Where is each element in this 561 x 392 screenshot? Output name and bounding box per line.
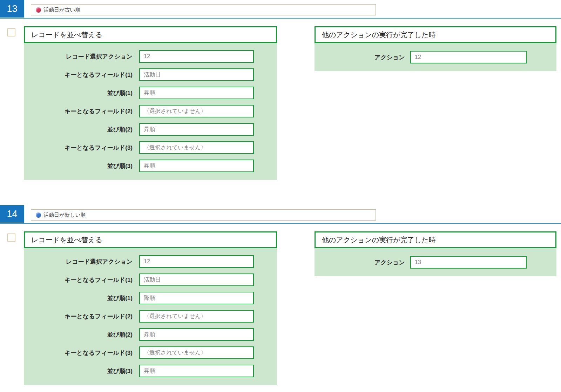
field-row: キーとなるフィールド(1) 活動日 — [24, 66, 277, 84]
action-select-checkbox[interactable] — [7, 234, 15, 242]
action-number-badge: 14 — [0, 205, 24, 223]
field-row: 並び順(3) 昇順 — [24, 362, 277, 380]
field-label: 並び順(1) — [24, 89, 133, 97]
action-config-panel: レコードを並べ替える レコード選択アクション 12 キーとなるフィールド(1) … — [24, 26, 277, 180]
section-divider — [0, 18, 561, 19]
field-row: キーとなるフィールド(3) 〈選択されていません〉 — [24, 344, 277, 362]
action-name-input[interactable]: 活動日が新しい順 — [31, 209, 376, 221]
field-label: キーとなるフィールド(2) — [24, 312, 133, 320]
field-value-select[interactable]: 昇順 — [139, 365, 254, 377]
field-label: 並び順(2) — [24, 126, 133, 134]
section-divider — [0, 223, 561, 224]
field-label: 並び順(3) — [24, 367, 133, 375]
field-value-select[interactable]: 昇順 — [139, 87, 254, 99]
field-value-select[interactable]: 〈選択されていません〉 — [139, 105, 254, 117]
field-row: キーとなるフィールド(2) 〈選択されていません〉 — [24, 102, 277, 120]
action-name-text: 活動日が古い順 — [43, 7, 81, 13]
field-value-select[interactable]: 〈選択されていません〉 — [139, 141, 254, 154]
status-dot-icon — [36, 7, 41, 13]
trigger-panel-body: アクション 13 — [315, 248, 556, 276]
action-panel-body: レコード選択アクション 12 キーとなるフィールド(1) 活動日 並び順(1) … — [24, 248, 277, 385]
field-row: 並び順(1) 降順 — [24, 289, 277, 307]
field-value-select[interactable]: 12 — [410, 51, 527, 63]
status-dot-icon — [36, 212, 41, 218]
trigger-panel-body: アクション 12 — [315, 43, 556, 71]
field-row: キーとなるフィールド(1) 活動日 — [24, 271, 277, 289]
workflow-editor-page: 13 活動日が古い順 レコードを並べ替える レコード選択アクション 12 キーと… — [0, 0, 561, 392]
field-label: キーとなるフィールド(3) — [24, 349, 133, 357]
action-panel-title: レコードを並べ替える — [24, 26, 277, 43]
action-block-14: 14 活動日が新しい順 レコードを並べ替える レコード選択アクション 12 キー… — [0, 205, 561, 392]
field-row: 並び順(3) 昇順 — [24, 157, 277, 175]
field-label: キーとなるフィールド(1) — [24, 276, 133, 284]
field-label: キーとなるフィールド(3) — [24, 144, 133, 152]
action-panel-title: レコードを並べ替える — [24, 231, 277, 248]
field-label: 並び順(2) — [24, 331, 133, 339]
action-number-badge: 13 — [0, 0, 24, 18]
field-value-select[interactable]: 12 — [139, 50, 254, 63]
field-row: レコード選択アクション 12 — [24, 47, 277, 66]
field-row: 並び順(2) 昇順 — [24, 325, 277, 344]
trigger-config-panel: 他のアクションの実行が完了した時 アクション 13 — [315, 231, 556, 276]
field-value-select[interactable]: 13 — [410, 256, 527, 269]
field-row: 並び順(1) 昇順 — [24, 84, 277, 102]
field-row: キーとなるフィールド(2) 〈選択されていません〉 — [24, 307, 277, 325]
field-label: レコード選択アクション — [24, 53, 133, 61]
field-label: キーとなるフィールド(1) — [24, 71, 133, 79]
field-row: アクション 13 — [315, 253, 556, 271]
field-value-select[interactable]: 活動日 — [139, 273, 254, 286]
action-name-input[interactable]: 活動日が古い順 — [31, 4, 376, 15]
field-label: アクション — [315, 258, 405, 266]
field-value-select[interactable]: 昇順 — [139, 160, 254, 172]
action-name-text: 活動日が新しい順 — [43, 212, 86, 218]
field-label: 並び順(1) — [24, 294, 133, 302]
trigger-config-panel: 他のアクションの実行が完了した時 アクション 12 — [315, 26, 556, 71]
field-value-select[interactable]: 降順 — [139, 292, 254, 304]
field-value-select[interactable]: 〈選択されていません〉 — [139, 346, 254, 359]
trigger-panel-title: 他のアクションの実行が完了した時 — [315, 231, 556, 248]
field-value-select[interactable]: 昇順 — [139, 328, 254, 341]
field-row: レコード選択アクション 12 — [24, 252, 277, 271]
field-row: キーとなるフィールド(3) 〈選択されていません〉 — [24, 138, 277, 157]
field-label: アクション — [315, 53, 405, 61]
field-value-select[interactable]: 昇順 — [139, 123, 254, 136]
field-label: 並び順(3) — [24, 162, 133, 170]
action-config-panel: レコードを並べ替える レコード選択アクション 12 キーとなるフィールド(1) … — [24, 231, 277, 385]
field-row: 並び順(2) 昇順 — [24, 120, 277, 138]
field-value-select[interactable]: 12 — [139, 255, 254, 268]
field-label: キーとなるフィールド(2) — [24, 107, 133, 115]
action-select-checkbox[interactable] — [7, 28, 15, 36]
trigger-panel-title: 他のアクションの実行が完了した時 — [315, 26, 556, 43]
field-value-select[interactable]: 〈選択されていません〉 — [139, 310, 254, 323]
action-panel-body: レコード選択アクション 12 キーとなるフィールド(1) 活動日 並び順(1) … — [24, 43, 277, 180]
field-value-select[interactable]: 活動日 — [139, 68, 254, 81]
field-label: レコード選択アクション — [24, 258, 133, 266]
field-row: アクション 12 — [315, 48, 556, 66]
action-block-13: 13 活動日が古い順 レコードを並べ替える レコード選択アクション 12 キーと… — [0, 0, 561, 205]
